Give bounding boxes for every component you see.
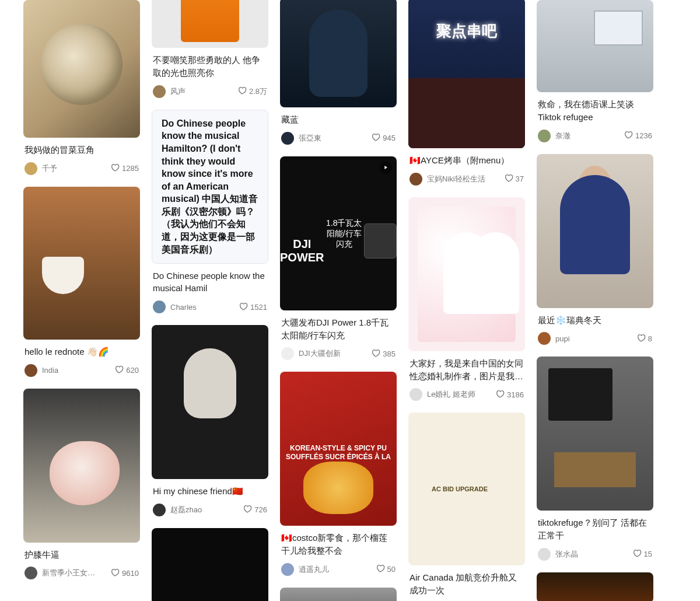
card-thumbnail[interactable] xyxy=(537,154,653,308)
feed-card[interactable]: AC BID UPGRADEAir Canada 加航竞价升舱又成功一次 xyxy=(408,413,525,597)
like-button[interactable]: 9610 xyxy=(110,568,139,579)
like-button[interactable]: 726 xyxy=(243,504,267,515)
card-author[interactable]: DJI大疆创新 xyxy=(281,347,341,360)
like-button[interactable]: 15 xyxy=(632,548,652,560)
card-author[interactable]: pupi xyxy=(538,332,570,345)
card-title: hello le rednote 👋🏻🌈 xyxy=(24,345,139,358)
card-thumbnail[interactable] xyxy=(280,588,397,601)
avatar xyxy=(24,364,37,377)
card-thumbnail[interactable]: DJI POWER1.8千瓦太阳能/行车闪充 xyxy=(280,156,397,310)
card-author[interactable]: Charles xyxy=(153,300,197,313)
card-meta-row: 奈澈1236 xyxy=(538,130,652,142)
doc-heading: AC BID UPGRADE xyxy=(432,477,488,501)
card-author[interactable]: 宝妈Niki轻松生活 xyxy=(410,173,485,186)
author-name: 新雪季小王女士不… xyxy=(42,568,100,578)
card-author[interactable]: 張亞東 xyxy=(281,132,321,145)
thumbnail-overlay-text: KOREAN-STYLE & SPICY PU SOUFFLÉS SUCR ÉP… xyxy=(280,427,397,471)
like-button[interactable]: 1236 xyxy=(624,130,652,141)
card-thumbnail[interactable] xyxy=(152,0,268,48)
avatar xyxy=(281,347,294,360)
card-thumbnail[interactable]: KOREAN-STYLE & SPICY PU SOUFFLÉS SUCR ÉP… xyxy=(280,372,397,526)
feed-card[interactable]: 藏蓝張亞東945 xyxy=(280,0,397,145)
avatar xyxy=(538,332,551,345)
like-count: 620 xyxy=(126,366,139,375)
card-title: 我妈做的冒菜豆角 xyxy=(24,144,139,156)
author-name: 赵磊zhao xyxy=(170,505,202,515)
card-author[interactable]: 新雪季小王女士不… xyxy=(24,567,100,579)
card-thumbnail[interactable]: 聚点串吧 xyxy=(408,0,525,148)
heart-icon xyxy=(371,348,380,359)
avatar xyxy=(538,130,551,142)
card-thumbnail[interactable] xyxy=(537,0,653,92)
feed-column: 藏蓝張亞東945DJI POWER1.8千瓦太阳能/行车闪充大疆发布DJI Po… xyxy=(280,0,397,601)
card-thumbnail[interactable] xyxy=(537,572,653,601)
like-button[interactable]: 620 xyxy=(114,365,139,376)
like-button[interactable]: 2.8万 xyxy=(237,86,267,97)
building-shape xyxy=(408,78,525,148)
like-count: 50 xyxy=(387,565,396,574)
feed-card[interactable]: 最近❄️瑞典冬天pupi8 xyxy=(537,154,653,345)
feed-card[interactable] xyxy=(152,528,268,601)
card-thumbnail[interactable] xyxy=(537,357,653,511)
card-author[interactable]: 风声 xyxy=(153,85,186,98)
card-thumbnail[interactable] xyxy=(23,0,140,138)
card-author[interactable]: 张水晶 xyxy=(538,548,578,561)
card-title: 藏蓝 xyxy=(281,113,396,126)
author-name: India xyxy=(42,366,58,375)
feed-card[interactable]: hello le rednote 👋🏻🌈India620 xyxy=(23,187,140,377)
avatar xyxy=(24,162,37,175)
like-button[interactable]: 945 xyxy=(371,132,396,144)
card-thumbnail[interactable]: AC BID UPGRADE xyxy=(408,413,525,565)
feed-card[interactable]: 大家好，我是来自中国的女同性恋婚礼制作者，图片是我…Le婚礼 姬老师3186 xyxy=(408,197,525,401)
author-name: 千予 xyxy=(42,163,57,174)
heart-icon xyxy=(624,130,633,141)
feed-card[interactable]: KOREAN-STYLE & SPICY PU SOUFFLÉS SUCR ÉP… xyxy=(280,372,397,576)
card-thumbnail[interactable] xyxy=(23,389,140,543)
card-thumbnail[interactable] xyxy=(23,187,140,340)
like-button[interactable]: 3186 xyxy=(495,389,524,400)
feed-card[interactable] xyxy=(537,572,653,601)
card-thumbnail[interactable] xyxy=(280,0,397,107)
card-author[interactable]: 赵磊zhao xyxy=(153,504,202,516)
card-title: 护膝牛逼 xyxy=(24,548,139,561)
card-thumbnail[interactable] xyxy=(408,197,525,351)
feed-card[interactable]: 聚点串吧🇨🇦AYCE烤串（附menu）宝妈Niki轻松生活37 xyxy=(408,0,525,186)
card-thumbnail[interactable] xyxy=(152,325,268,479)
avatar xyxy=(24,567,37,579)
like-count: 1285 xyxy=(122,164,139,173)
like-count: 1236 xyxy=(635,131,652,140)
card-thumbnail[interactable] xyxy=(152,528,268,601)
thumbnail-overlay-subtitle: 1.8千瓦太阳能/行车闪充 xyxy=(324,218,364,250)
like-count: 385 xyxy=(383,350,396,358)
feed-card[interactable]: 不要嘲笑那些勇敢的人 他争取的光也照亮你风声2.8万 xyxy=(152,0,268,98)
feed-column: 我妈做的冒菜豆角千予1285hello le rednote 👋🏻🌈India6… xyxy=(23,0,140,601)
like-button[interactable]: 385 xyxy=(371,348,396,359)
card-meta-row: 新雪季小王女士不…9610 xyxy=(24,567,139,579)
feed-card[interactable]: 我妈做的冒菜豆角千予1285 xyxy=(23,0,140,175)
like-count: 3186 xyxy=(507,390,524,399)
feed-card[interactable] xyxy=(280,588,397,601)
card-thumbnail[interactable]: Do Chinese people know the musical Hamil… xyxy=(152,110,268,264)
card-meta-row: Le婚礼 姬老师3186 xyxy=(410,388,524,401)
feed-card[interactable]: Hi my chinese friend🇨🇳赵磊zhao726 xyxy=(152,325,268,516)
feed-card[interactable]: tiktokrefuge？别问了 活都在正常干张水晶15 xyxy=(537,357,653,561)
feed-card[interactable]: DJI POWER1.8千瓦太阳能/行车闪充大疆发布DJI Power 1.8千… xyxy=(280,156,397,361)
like-button[interactable]: 37 xyxy=(504,173,524,184)
feed-card[interactable]: Do Chinese people know the musical Hamil… xyxy=(152,110,268,314)
like-button[interactable]: 50 xyxy=(376,564,396,575)
feed-card[interactable]: 护膝牛逼新雪季小王女士不…9610 xyxy=(23,389,140,580)
feed-card[interactable]: 救命，我在德语课上笑谈Tiktok refugee奈澈1236 xyxy=(537,0,653,142)
like-count: 8 xyxy=(648,334,652,343)
card-meta-row: 宝妈Niki轻松生活37 xyxy=(410,173,524,186)
author-name: 张水晶 xyxy=(555,549,578,560)
card-author[interactable]: 逍遥丸儿 xyxy=(281,563,329,576)
avatar xyxy=(153,85,166,98)
heart-icon xyxy=(110,568,120,579)
like-button[interactable]: 1521 xyxy=(239,302,267,313)
card-author[interactable]: India xyxy=(24,364,58,377)
card-author[interactable]: 千予 xyxy=(24,162,57,175)
card-author[interactable]: 奈澈 xyxy=(538,130,570,142)
card-author[interactable]: Le婚礼 姬老师 xyxy=(410,388,475,401)
like-button[interactable]: 1285 xyxy=(110,163,139,174)
like-button[interactable]: 8 xyxy=(636,333,652,344)
